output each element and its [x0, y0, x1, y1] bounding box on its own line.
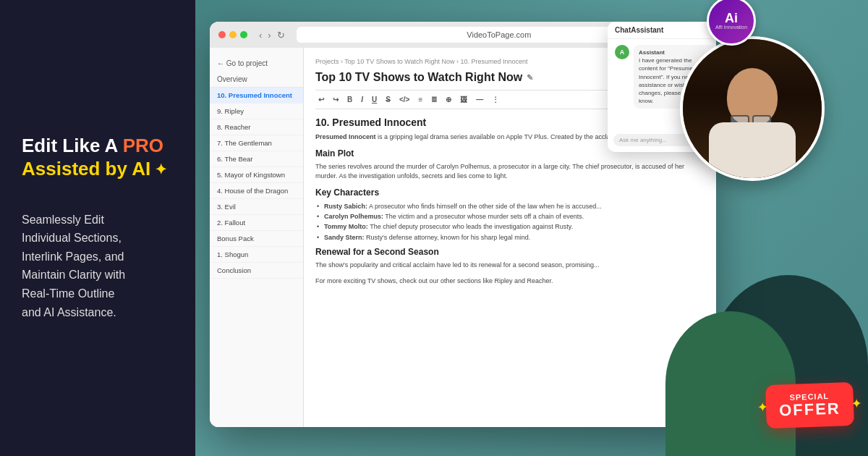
offer-text: OFFER — [779, 400, 841, 419]
character-4: Sandy Stern: Rusty's defense attorney, k… — [315, 232, 705, 242]
browser-controls: ‹ › ↻ — [259, 30, 285, 41]
char2-desc: The victim and a prosecutor whose murder… — [383, 213, 584, 220]
sidebar-item-evil[interactable]: 3. Evil — [210, 199, 303, 215]
sidebar-item-kingstown[interactable]: 5. Mayor of Kingstown — [210, 167, 303, 183]
content-area: ‹ › ↻ VideoToPage.com ← Go to project Ov… — [195, 0, 868, 456]
browser-window: ‹ › ↻ VideoToPage.com ← Go to project Ov… — [210, 22, 716, 427]
sidebar-item-reacher[interactable]: 8. Reacher — [210, 119, 303, 135]
char2-name: Carolyn Polhemus: — [324, 213, 383, 220]
sidebar-item-conclusion[interactable]: Conclusion — [210, 263, 303, 279]
chat-header: ChatAssistant — [608, 22, 716, 39]
headline-line2: Assisted by AI ✦ — [22, 157, 174, 182]
page-title-text: Top 10 TV Shows to Watch Right Now — [315, 71, 522, 84]
bullet-list-button[interactable]: ≡ — [415, 94, 425, 105]
link-button[interactable]: ⊕ — [443, 94, 454, 105]
url-text: VideoToPage.com — [467, 30, 531, 39]
chat-avatar: A — [615, 45, 629, 59]
headline-line1: Edit Like A PRO — [22, 135, 174, 157]
starburst-left-icon: ✦ — [757, 399, 769, 415]
forward-icon[interactable]: › — [268, 30, 271, 41]
divider-button[interactable]: — — [473, 94, 486, 105]
sidebar-overview[interactable]: Overview — [210, 72, 303, 88]
underline-button[interactable]: U — [369, 94, 380, 105]
subtitle-line5: Real-Time Outline — [22, 287, 114, 300]
subtitle-block: Seamlessly Edit Individual Sections, Int… — [22, 211, 174, 322]
editor-layout: ← Go to project Overview 10. Presumed In… — [210, 48, 716, 427]
sidebar-item-presumed-innocent[interactable]: 10. Presumed Innocent — [210, 88, 303, 104]
browser-dots — [218, 31, 247, 38]
sidebar-item-bear[interactable]: 6. The Bear — [210, 151, 303, 167]
renewal-heading: Renewal for a Second Season — [315, 247, 705, 257]
edit-icon[interactable]: ✎ — [527, 73, 533, 83]
starburst-right-icon: ✦ — [851, 395, 863, 412]
person-photo — [680, 36, 825, 181]
character-2: Carolyn Polhemus: The victim and a prose… — [315, 211, 705, 221]
back-to-project[interactable]: ← Go to project — [210, 55, 303, 72]
subtitle-line4: Maintain Clarity with — [22, 269, 125, 281]
more-button[interactable]: ⋮ — [489, 94, 502, 105]
sidebar-item-shogun[interactable]: 1. Shogun — [210, 247, 303, 263]
undo-button[interactable]: ↩ — [315, 94, 327, 105]
sparkle-icon: ✦ — [155, 160, 167, 179]
sidebar-item-gentleman[interactable]: 7. The Gentleman — [210, 135, 303, 151]
chat-sender: Assistant — [639, 49, 665, 56]
maximize-dot[interactable] — [240, 31, 247, 38]
minimize-dot[interactable] — [229, 31, 237, 38]
bold-button[interactable]: B — [344, 94, 355, 105]
redo-button[interactable]: ↪ — [330, 94, 341, 105]
main-container: Edit Like A PRO Assisted by AI ✦ Seamles… — [0, 0, 868, 456]
sidebar-item-fallout[interactable]: 2. Fallout — [210, 215, 303, 231]
character-1: Rusty Sabich: A prosecutor who finds him… — [315, 201, 705, 211]
outro-text: For more exciting TV shows, check out ou… — [315, 276, 705, 287]
sidebar-item-ripley[interactable]: 9. Ripley — [210, 104, 303, 119]
person-body — [709, 122, 796, 178]
image-button[interactable]: 🖼 — [457, 94, 470, 105]
headline-text-part1: Edit Like A — [22, 135, 123, 156]
close-dot[interactable] — [218, 31, 226, 38]
char3-name: Tommy Molto: — [324, 223, 368, 230]
editor-sidebar: ← Go to project Overview 10. Presumed In… — [210, 48, 304, 427]
ai-badge-main: Ai — [725, 12, 738, 25]
char3-desc: The chief deputy prosecutor who leads th… — [368, 223, 573, 230]
char1-name: Rusty Sabich: — [324, 203, 367, 210]
headline-pro: PRO — [123, 135, 163, 156]
left-panel: Edit Like A PRO Assisted by AI ✦ Seamles… — [0, 0, 195, 456]
char4-name: Sandy Stern: — [324, 234, 365, 241]
main-plot-text: The series revolves around the murder of… — [315, 162, 705, 182]
code-button[interactable]: </> — [396, 94, 412, 105]
subtitle-line3: Interlink Pages, and — [22, 250, 124, 263]
ordered-list-button[interactable]: ≣ — [428, 94, 440, 105]
person-head — [727, 68, 778, 126]
strikethrough-button[interactable]: S — [383, 94, 393, 105]
intro-bold: Presumed Innocent — [315, 133, 376, 140]
ai-badge-sub: Affi Innovation — [715, 25, 747, 30]
renewal-text: The show's popularity and critical accla… — [315, 261, 705, 271]
green-shape — [665, 311, 796, 456]
sidebar-item-bonus[interactable]: Bonus Pack — [210, 231, 303, 247]
character-3: Tommy Molto: The chief deputy prosecutor… — [315, 221, 705, 232]
char4-desc: Rusty's defense attorney, known for his … — [365, 234, 531, 241]
back-icon[interactable]: ‹ — [259, 30, 262, 41]
key-characters-heading: Key Characters — [315, 187, 705, 198]
subtitle-line2: Individual Sections, — [22, 232, 122, 244]
sidebar-item-dragon[interactable]: 4. House of the Dragon — [210, 183, 303, 199]
subtitle-line6: and AI Assistance. — [22, 306, 116, 318]
refresh-icon[interactable]: ↻ — [277, 30, 285, 41]
person-silhouette — [683, 39, 822, 178]
special-offer-badge[interactable]: ✦ ✦ SPECIAL OFFER — [765, 382, 854, 428]
headline: Edit Like A PRO Assisted by AI ✦ — [22, 135, 174, 182]
italic-button[interactable]: I — [358, 94, 366, 105]
subtitle-line1: Seamlessly Edit — [22, 214, 104, 226]
char1-desc: A prosecutor who finds himself on the ot… — [367, 203, 602, 210]
chat-input-placeholder: Ask me anything... — [619, 137, 667, 143]
headline-assisted: Assisted by AI — [22, 157, 150, 182]
back-label: ← Go to project — [217, 59, 268, 67]
